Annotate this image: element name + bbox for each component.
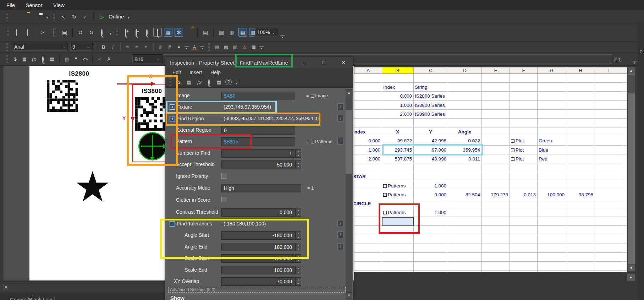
fixture-value[interactable]: (293.745,97,359.954) <box>224 104 271 110</box>
new-job-button[interactable] <box>12 12 21 21</box>
help-button[interactable]: ? <box>337 103 343 110</box>
zoom-more-button[interactable]: ▼ <box>280 36 285 39</box>
insert-structure-button[interactable]: ▨ <box>213 43 220 50</box>
toolbar-grip[interactable] <box>6 55 8 63</box>
error-check-button[interactable]: ⚠ <box>241 43 248 50</box>
spinner-control[interactable]: ▴▾ <box>295 243 301 251</box>
scroll-down-button[interactable]: ▼ <box>627 264 635 272</box>
pattern-grid-button[interactable]: ▦ <box>250 43 257 50</box>
zoom-level-select[interactable]: 100% ⌄ <box>255 28 277 37</box>
scale-start-field[interactable]: 100.000 <box>221 254 295 263</box>
close-button[interactable]: ✕ <box>336 57 351 68</box>
cell[interactable]: 98.798 <box>566 190 595 199</box>
cell-plot-button[interactable]: Plot <box>510 154 537 163</box>
zoom-out-button[interactable]: − <box>132 28 141 37</box>
menu-view[interactable]: View <box>53 2 65 8</box>
menu-sensor[interactable]: Sensor <box>26 2 43 8</box>
apply-button[interactable]: ✓ <box>81 12 89 21</box>
dialog-grid-button[interactable]: ▦ <box>186 78 193 86</box>
column-header-f[interactable]: F <box>510 67 538 73</box>
cell[interactable]: 359.954 <box>448 146 481 154</box>
cell[interactable]: 0.000 <box>382 92 413 100</box>
paste-button[interactable]: ▣ <box>60 28 69 37</box>
spinner-control[interactable]: ▴▾ <box>295 149 301 158</box>
font-family-select[interactable]: Arial ⌄ <box>12 43 68 51</box>
toolbar-grip[interactable] <box>6 13 8 21</box>
cell[interactable]: 0.000 <box>354 136 382 145</box>
dialog-menu-edit[interactable]: Edit <box>172 70 181 75</box>
find-more-button[interactable]: ▼ <box>108 32 112 36</box>
toolbar-grip[interactable] <box>116 28 118 36</box>
scroll-right-button[interactable]: ► <box>627 273 635 281</box>
image-ref-field[interactable]: $A$0 <box>221 92 295 100</box>
fill-color-button[interactable]: ● <box>175 43 182 50</box>
insert-row-button[interactable]: ▨ <box>217 28 226 37</box>
insert-structure2-button[interactable]: ▨ <box>222 43 230 50</box>
cell-patterns-button[interactable]: Patterns <box>382 208 413 217</box>
column-header-b[interactable]: B <box>382 67 414 73</box>
cell-result-x-header[interactable]: X <box>382 127 413 136</box>
toolbar-grip[interactable] <box>53 13 55 21</box>
scroll-up-button[interactable]: ▲ <box>627 67 635 74</box>
find-button[interactable] <box>98 28 106 37</box>
dialog-help-button[interactable]: ? <box>225 79 232 85</box>
cell-result-y-header[interactable]: Y <box>413 127 448 136</box>
show-grid-button[interactable]: ▦ <box>238 28 247 37</box>
decrease-decimal-button[interactable]: # <box>166 43 173 50</box>
redo-button[interactable]: ↻ <box>87 28 95 37</box>
align-center-button[interactable]: ≡ <box>133 43 140 50</box>
cell[interactable]: Green <box>537 136 566 145</box>
help-button[interactable]: ? <box>337 115 343 122</box>
column-header-d[interactable]: D <box>448 67 482 73</box>
cell[interactable]: 2.000 <box>382 110 413 119</box>
align-left-button[interactable]: ≡ <box>124 43 131 50</box>
cell[interactable]: 1.000 <box>382 101 413 110</box>
spinner-control[interactable]: ▴▾ <box>295 266 301 274</box>
accept-threshold-field[interactable]: 50.000 <box>221 160 295 169</box>
toolbar-grip[interactable] <box>208 43 210 51</box>
spinner-control[interactable]: ▴▾ <box>295 277 301 286</box>
spreadsheet-grid[interactable]: Index String 0.000 IS2800 Series 1.000 I… <box>354 74 627 272</box>
font-color-button[interactable]: A <box>191 43 198 50</box>
online-toggle[interactable]: Online <box>109 13 124 20</box>
trigger-button[interactable]: ↻ <box>70 12 78 21</box>
minimize-button[interactable]: — <box>297 57 313 68</box>
number-to-find-field[interactable]: 1 <box>221 149 295 158</box>
column-header-e[interactable]: E <box>482 67 510 73</box>
column-header-i[interactable]: I <box>595 67 623 73</box>
clutter-in-score-checkbox[interactable] <box>221 197 227 202</box>
cell[interactable]: IS2800 Series <box>413 92 448 100</box>
cell-reference-box[interactable]: B16 ⌄ <box>132 54 163 64</box>
zoom-in-button[interactable]: + <box>121 28 130 37</box>
cell[interactable]: 39.872 <box>382 136 413 145</box>
fill-color-more[interactable]: ▼ <box>185 47 189 50</box>
contrast-threshold-field[interactable]: 0.000 <box>221 208 295 217</box>
cell-circle-label[interactable]: CIRCLE <box>354 199 382 208</box>
snippet-button[interactable]: ✱ <box>175 28 183 37</box>
dialog-scroll-up-button[interactable]: ▲ <box>346 89 352 96</box>
dialog-find-button[interactable] <box>205 78 213 86</box>
cell[interactable]: 293.745 <box>382 146 413 154</box>
column-header-a[interactable]: A <box>354 67 382 73</box>
cell[interactable]: Red <box>537 154 566 163</box>
help-button[interactable]: ? <box>337 220 343 227</box>
disable-calc-button[interactable]: ✗ <box>105 55 112 62</box>
cell[interactable]: 1.000 <box>354 146 382 154</box>
angle-end-field[interactable]: 180.000 <box>221 243 295 251</box>
import-cells-button[interactable] <box>23 28 32 37</box>
dialog-function-button[interactable]: ƒx <box>196 78 203 86</box>
cell[interactable]: 97.000 <box>413 146 448 154</box>
help-button[interactable]: ? <box>337 231 343 238</box>
cell-result-index-header[interactable]: Index <box>354 127 382 136</box>
cell-patterns-button[interactable]: Patterns <box>382 190 413 199</box>
expand-plus-icon[interactable]: + <box>170 116 175 121</box>
cell-plot-button[interactable]: Plot <box>510 136 537 145</box>
column-header-h[interactable]: H <box>566 67 595 73</box>
report-button[interactable]: ▤ <box>201 28 210 37</box>
cell[interactable]: 0.011 <box>448 154 481 163</box>
cell[interactable]: 43.998 <box>413 154 448 163</box>
external-region-field[interactable]: 0 <box>221 126 295 135</box>
cell-result-angle-header[interactable]: Angle <box>448 127 481 136</box>
help-button[interactable]: ? <box>337 138 343 144</box>
toolbar-grip[interactable] <box>6 43 8 51</box>
